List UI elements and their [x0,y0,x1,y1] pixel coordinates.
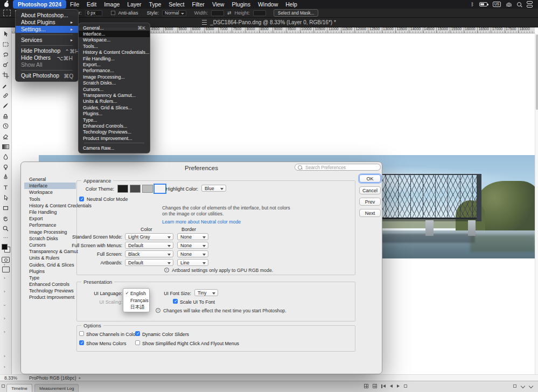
scale-ui-to-font-checkbox[interactable] [173,299,178,304]
swap-width-height-icon[interactable]: ⇄ [227,10,232,16]
menu-item-image-processing[interactable]: Image Processing... [79,74,150,80]
keyboard-layout-badge[interactable]: US [493,2,501,7]
show-channels-in-color-checkbox[interactable] [79,331,84,336]
wifi-icon[interactable] [506,3,512,6]
standard-screen-mode-border-select[interactable]: None [177,233,208,240]
sidebar-item-file-handling[interactable]: File Handling [24,209,76,215]
move-tool-button[interactable] [1,29,11,39]
menu-image[interactable]: Image [100,0,123,9]
artboards-color-select[interactable]: Default [125,259,173,266]
screen-mode-button[interactable] [2,267,10,272]
sidebar-item-guides-grid-slices[interactable]: Guides, Grid & Slices [24,261,76,268]
language-option-english[interactable]: ✓English [123,290,149,297]
menu-view[interactable]: View [208,0,228,9]
grid-view-icon[interactable] [364,384,368,388]
eraser-tool-button[interactable] [1,131,11,142]
tab-timeline[interactable]: Timeline [6,384,32,392]
full-screen-color-select[interactable]: Black [125,250,173,257]
eyedropper-tool-button[interactable] [1,80,11,90]
healing-brush-tool-button[interactable] [1,90,11,101]
chevron-down-icon[interactable] [529,384,533,388]
brush-tool-button[interactable] [1,101,11,111]
marquee-tool-button[interactable] [1,39,11,50]
apple-menu[interactable] [0,0,13,9]
menu-file[interactable]: File [66,0,83,9]
dodge-tool-button[interactable] [1,162,11,172]
color-theme-swatch-dark[interactable] [130,185,141,193]
foreground-background-swatches[interactable] [2,244,10,253]
menu-item-file-handling[interactable]: File Handling... [79,55,150,61]
menu-item-about-photoshop[interactable]: About Photoshop... [16,12,78,19]
sidebar-item-units-rulers[interactable]: Units & Rulers [24,255,76,261]
menu-item-plugins[interactable]: Plugins... [79,110,150,116]
next-button[interactable]: Next [359,209,381,217]
cancel-button[interactable]: Cancel [359,186,381,194]
menu-edit[interactable]: Edit [83,0,100,9]
crop-tool-button[interactable] [1,70,11,80]
menu-item-scratch-disks[interactable]: Scratch Disks... [79,80,150,86]
menu-item-general[interactable]: General...⌘K [79,25,150,31]
vertical-scrollbar[interactable] [535,33,538,374]
collapsed-panel-chevron[interactable]: › [4,354,5,359]
menu-item-transparency-gamut[interactable]: Transparency & Gamut... [79,92,150,98]
collapsed-panel-chevron[interactable]: › [4,365,5,369]
menu-filter[interactable]: Filter [188,0,208,9]
menu-select[interactable]: Select [165,0,188,9]
menu-item-settings[interactable]: Settings...▸ [16,26,78,33]
hand-tool-button[interactable] [1,213,11,223]
blur-tool-button[interactable] [1,152,11,162]
show-menu-colors-checkbox[interactable] [79,340,84,345]
artboards-border-select[interactable]: Line [177,259,208,266]
clone-stamp-tool-button[interactable] [1,111,11,121]
sidebar-item-plugins[interactable]: Plugins [24,268,76,275]
foreground-color-swatch[interactable] [2,244,8,250]
menu-photoshop-2024[interactable]: Photoshop 2024 [13,0,66,9]
menu-item-export[interactable]: Export... [79,61,150,67]
menu-item-camera-raw[interactable]: Camera Raw... [79,145,150,151]
menu-item-technology-previews[interactable]: Technology Previews... [79,129,150,135]
first-frame-icon[interactable] [381,384,386,388]
quick-selection-tool-button[interactable] [1,60,11,70]
ok-button[interactable]: OK [359,174,381,183]
collapsed-panel-chevron[interactable]: › [4,317,5,321]
sidebar-item-export[interactable]: Export [24,215,76,222]
sidebar-item-history-content-credentials[interactable]: History & Content Credentials [24,202,76,209]
neutral-color-mode-checkbox[interactable] [79,197,84,201]
sidebar-item-type[interactable]: Type [24,275,76,281]
collapsed-panel-chevron[interactable]: › [4,290,5,294]
simplified-right-click-checkbox[interactable] [135,340,140,345]
bluetooth-icon[interactable]: ᛒ [471,2,474,7]
height-input[interactable] [253,10,266,16]
search-preferences-box[interactable] [295,164,381,171]
active-tool-icon[interactable] [3,10,11,16]
zoom-tool-button[interactable] [1,223,11,234]
path-selection-tool-button[interactable] [1,193,11,203]
sidebar-item-performance[interactable]: Performance [24,222,76,228]
menu-type[interactable]: Type [145,0,165,9]
menu-help[interactable]: Help [282,0,301,9]
sidebar-item-transparency-gamut[interactable]: Transparency & Gamut [24,248,76,255]
sidebar-item-scratch-disks[interactable]: Scratch Disks [24,235,76,242]
menu-plugins[interactable]: Plugins [228,0,254,9]
edit-toolbar-ellipsis-icon[interactable]: ⋯ [3,235,8,240]
sidebar-item-enhanced-controls[interactable]: Enhanced Controls [24,281,76,288]
menu-item-product-improvement[interactable]: Product Improvement... [79,135,150,141]
lasso-tool-button[interactable] [1,50,11,60]
menu-item-hide-photoshop[interactable]: Hide Photoshop⌃⌘H [16,47,78,54]
menu-layer[interactable]: Layer [123,0,145,9]
color-theme-swatch-light[interactable] [142,185,153,193]
select-and-mask-button[interactable]: Select and Mask... [274,9,318,17]
menu-item-cursors[interactable]: Cursors... [79,86,150,92]
menu-item-enhanced-controls[interactable]: Enhanced Controls... [79,123,150,129]
status-menu-arrow-icon[interactable]: ▸ [79,376,81,380]
play-icon[interactable] [397,384,400,388]
collapsed-panel-chevron[interactable]: › [4,276,5,281]
dynamic-color-sliders-checkbox[interactable] [135,331,140,336]
document-menu-icon[interactable] [202,20,207,25]
menu-window[interactable]: Window [254,0,282,9]
sidebar-item-interface[interactable]: Interface [24,183,76,189]
sidebar-item-general[interactable]: General [24,176,76,183]
learn-more-link[interactable]: Learn more about Neutral color mode [162,219,241,225]
full-screen-border-select[interactable]: None [177,250,208,257]
sidebar-item-image-processing[interactable]: Image Processing [24,229,76,235]
